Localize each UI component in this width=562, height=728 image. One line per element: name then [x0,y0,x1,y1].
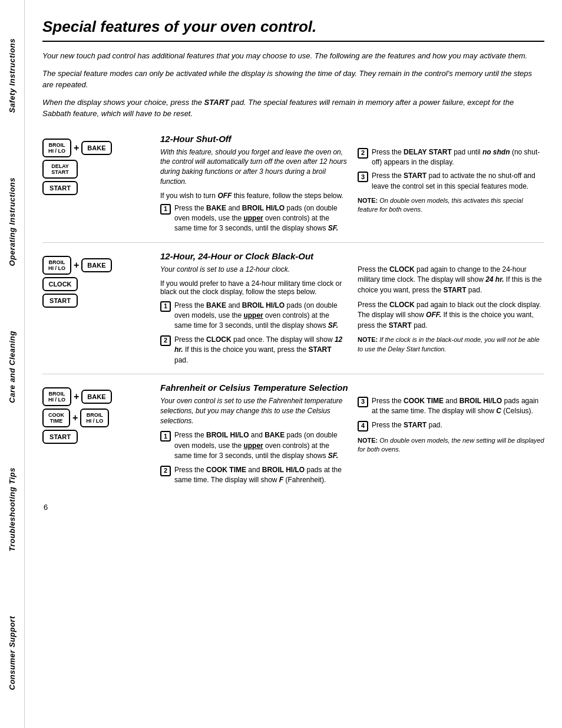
key-broil-hilo-2: BROILHI / LO [42,256,71,275]
shutoff-if-off: If you wish to turn OFF this feature, fo… [160,192,347,200]
key-start-2: START [42,294,78,308]
temp-step-text-3: Press the COOK TIME and BROIL HI/LO pads… [372,396,544,417]
sidebar: Safety Instructions Operating Instructio… [0,0,25,728]
shutoff-steps-left: 1 Press the BAKE and BROIL HI/LO pads (o… [160,203,347,234]
key-start-1: START [42,181,78,195]
temp-step-4: 4 Press the START pad. [358,420,544,431]
key-delay-start: DELAYSTART [42,160,78,179]
section-clock-content: 12-Hour, 24-Hour or Clock Black-Out Your… [160,251,544,365]
sidebar-item-troubleshooting: Troubleshooting Tips [8,459,16,560]
clock-note: NOTE: If the clock is in the black-out m… [358,335,544,354]
plus-sign-1: + [74,143,79,153]
intro-paragraph-1: Your new touch pad control has additiona… [42,50,544,62]
plus-sign-2: + [74,260,79,271]
keypad-clock-row-3: START [42,294,78,308]
key-bake-2: BAKE [81,258,111,272]
shutoff-step-1: 1 Press the BAKE and BROIL HI/LO pads (o… [160,203,347,234]
shutoff-note: NOTE: On double oven models, this activa… [358,196,544,215]
section-clock-keypad: BROILHI / LO + BAKE CLOCK START [42,251,160,365]
clock-steps-left: 1 Press the BAKE and BROIL HI/LO pads (o… [160,301,347,365]
plus-sign-4: + [72,413,78,423]
sidebar-item-consumer: Consumer Support [8,607,16,699]
section-clock: BROILHI / LO + BAKE CLOCK START 12-Hour,… [42,243,544,374]
clock-step-text-2: Press the CLOCK pad once. The display wi… [174,335,347,365]
clock-step-1: 1 Press the BAKE and BROIL HI/LO pads (o… [160,301,347,331]
temp-step-num-4: 4 [358,421,368,431]
key-clock: CLOCK [42,277,78,291]
shutoff-step-2: 2 Press the DELAY START pad until no shd… [358,147,544,168]
temp-step-num-1: 1 [160,431,171,442]
clock-right-text-1: Press the CLOCK pad again to change to t… [358,265,544,295]
key-broil-hilo-4: BROILHI / LO [80,409,109,427]
shutoff-heading: 12-Hour Shut-Off [160,134,544,144]
keypad-temp-row-3: START [42,430,78,444]
keypad-clock-row-1: BROILHI / LO + BAKE [42,256,112,275]
keypad-temp-row-1: BROILHI / LO + BAKE [42,387,112,406]
clock-if-off: If you would prefer to have a 24-hour mi… [160,279,347,296]
shutoff-col-left: With this feature, should you forget and… [160,147,347,234]
step-num-2: 2 [358,148,368,159]
step-text-1: Press the BAKE and BROIL HI/LO pads (on … [174,203,347,234]
clock-intro: Your control is set to use a 12-hour clo… [160,265,347,275]
temp-columns: Your oven control is set to use the Fahr… [160,396,544,485]
plus-sign-3: + [74,391,79,402]
temp-step-text-4: Press the START pad. [372,420,544,430]
key-broil-hilo-1: BROILHI / LO [42,139,71,157]
sidebar-item-operating: Operating Instructions [8,169,16,275]
temp-step-num-2: 2 [160,466,171,476]
clock-columns: Your control is set to use a 12-hour clo… [160,265,544,365]
temp-step-text-2: Press the COOK TIME and BROIL HI/LO pads… [174,465,347,486]
shutoff-col-right: 2 Press the DELAY START pad until no shd… [358,147,544,234]
temp-step-1: 1 Press the BROIL HI/LO and BAKE pads (o… [160,430,347,461]
step-num-3: 3 [358,172,368,182]
temp-steps-right: 3 Press the COOK TIME and BROIL HI/LO pa… [358,396,544,431]
main-content: Special features of your oven control. Y… [25,0,562,728]
key-cook-time: COOKTIME [42,409,70,427]
clock-right-text-2: Press the CLOCK pad again to black out t… [358,300,544,331]
temp-steps-left: 1 Press the BROIL HI/LO and BAKE pads (o… [160,430,347,485]
temp-intro: Your oven control is set to use the Fahr… [160,396,347,426]
step-num-1: 1 [160,204,171,215]
intro-paragraph-3: When the display shows your choice, pres… [42,97,544,120]
sidebar-item-safety: Safety Instructions [8,29,16,122]
shutoff-columns: With this feature, should you forget and… [160,147,544,234]
temp-step-text-1: Press the BROIL HI/LO and BAKE pads (on … [174,430,347,461]
page-title: Special features of your oven control. [42,18,544,42]
temp-step-num-3: 3 [358,397,368,407]
clock-heading: 12-Hour, 24-Hour or Clock Black-Out [160,251,544,261]
clock-col-left: Your control is set to use a 12-hour clo… [160,265,347,365]
keypad-clock: BROILHI / LO + BAKE CLOCK START [42,256,112,308]
key-start-3: START [42,430,78,444]
keypad-temp: BROILHI / LO + BAKE COOKTIME + BROILHI /… [42,387,112,444]
section-temp: BROILHI / LO + BAKE COOKTIME + BROILHI /… [42,374,544,493]
shutoff-step-3: 3 Press the START pad to activate the no… [358,171,544,192]
shutoff-steps-right: 2 Press the DELAY START pad until no shd… [358,147,544,192]
sidebar-item-care: Care and Cleaning [8,322,16,412]
section-shutoff: BROILHI / LO + BAKE DELAYSTART START 12-… [42,126,544,243]
page-number: 6 [42,503,544,512]
temp-col-left: Your oven control is set to use the Fahr… [160,396,347,485]
keypad-shutoff: BROILHI / LO + BAKE DELAYSTART START [42,139,112,195]
clock-step-text-1: Press the BAKE and BROIL HI/LO pads (on … [174,301,347,331]
clock-step-num-2: 2 [160,335,171,346]
section-shutoff-content: 12-Hour Shut-Off With this feature, shou… [160,134,544,234]
temp-heading: Fahrenheit or Celsius Temperature Select… [160,383,544,393]
clock-col-right: Press the CLOCK pad again to change to t… [358,265,544,365]
temp-col-right: 3 Press the COOK TIME and BROIL HI/LO pa… [358,396,544,485]
section-shutoff-keypad: BROILHI / LO + BAKE DELAYSTART START [42,134,160,234]
shutoff-intro: With this feature, should you forget and… [160,147,347,187]
clock-step-num-1: 1 [160,301,171,312]
clock-step-2: 2 Press the CLOCK pad once. The display … [160,335,347,365]
key-bake-3: BAKE [81,390,111,404]
temp-step-3: 3 Press the COOK TIME and BROIL HI/LO pa… [358,396,544,417]
key-bake-1: BAKE [81,141,111,155]
temp-note: NOTE: On double oven models, the new set… [358,436,544,454]
section-temp-content: Fahrenheit or Celsius Temperature Select… [160,383,544,485]
keypad-row-1: BROILHI / LO + BAKE [42,139,112,157]
keypad-clock-row-2: CLOCK [42,277,78,291]
keypad-row-2: DELAYSTART [42,160,78,179]
temp-step-2: 2 Press the COOK TIME and BROIL HI/LO pa… [160,465,347,486]
step-text-3: Press the START pad to activate the no s… [372,171,544,192]
key-broil-hilo-3: BROILHI / LO [42,387,71,406]
section-temp-keypad: BROILHI / LO + BAKE COOKTIME + BROILHI /… [42,383,160,485]
